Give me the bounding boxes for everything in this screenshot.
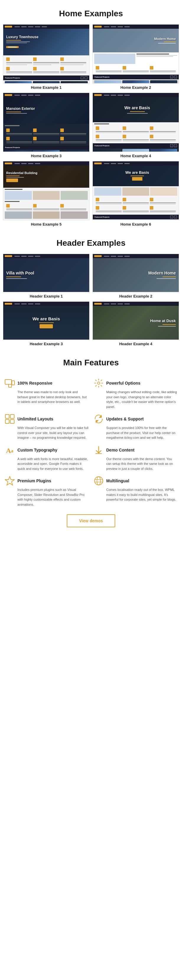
nav-item bbox=[28, 95, 33, 95]
mock-body: We are Basis bbox=[93, 165, 179, 220]
nav-item bbox=[28, 256, 33, 257]
line bbox=[96, 71, 122, 72]
view-demos-button[interactable]: View demos bbox=[67, 514, 116, 527]
blocks-row-2 bbox=[5, 136, 88, 144]
header-example-3[interactable]: We are Basis Header Example 3 bbox=[3, 301, 90, 346]
basis-hero: We are Basis bbox=[3, 306, 89, 340]
block bbox=[123, 135, 149, 141]
prev-arrow: ‹ bbox=[170, 216, 173, 218]
home-example-3[interactable]: Mansion Exterior bbox=[3, 93, 90, 158]
block-icon bbox=[150, 135, 154, 138]
block-icon bbox=[6, 137, 10, 140]
featured-label: Featured Projects bbox=[5, 146, 20, 148]
options-desc: Making changes without editing code, lik… bbox=[93, 390, 178, 409]
nav-item bbox=[124, 256, 130, 257]
header-example-4-preview: Home at Dusk bbox=[92, 301, 179, 340]
block-line bbox=[33, 62, 59, 63]
block-icon bbox=[150, 198, 154, 201]
block-line bbox=[6, 65, 27, 65]
featured-bar: Featured Projects ‹ › bbox=[3, 75, 89, 80]
content-area bbox=[3, 188, 89, 220]
villa-hero: Villa with Pool bbox=[3, 258, 89, 292]
mock-nav bbox=[93, 161, 179, 165]
block bbox=[6, 67, 32, 73]
line bbox=[123, 141, 149, 141]
home-example-6[interactable]: We are Basis bbox=[92, 161, 179, 226]
line bbox=[123, 72, 149, 73]
multilingual-title: Multilingual bbox=[106, 479, 130, 483]
featured-arrows: ‹ › bbox=[170, 144, 177, 147]
header-example-4[interactable]: Home at Dusk Header Example 4 bbox=[92, 301, 179, 346]
hero-btn bbox=[6, 46, 19, 48]
nav-item bbox=[28, 304, 33, 304]
block-icon bbox=[33, 67, 36, 70]
hero-text bbox=[6, 177, 24, 178]
text-line bbox=[136, 55, 177, 56]
text bbox=[6, 278, 27, 279]
header-example-3-label: Header Example 3 bbox=[30, 342, 63, 346]
project-images bbox=[93, 80, 179, 83]
line bbox=[60, 142, 86, 142]
line bbox=[6, 143, 32, 143]
block-line bbox=[33, 64, 59, 64]
home-example-5[interactable]: Residential Building bbox=[3, 161, 90, 226]
nav-item bbox=[21, 95, 27, 95]
text bbox=[157, 278, 176, 279]
svg-rect-2 bbox=[12, 381, 14, 385]
block bbox=[123, 126, 149, 133]
line bbox=[33, 133, 59, 134]
proj-img bbox=[33, 81, 60, 83]
proj-img bbox=[5, 81, 32, 83]
home-example-4[interactable]: We are Basis bbox=[92, 93, 179, 158]
mock-nav-items bbox=[14, 256, 40, 257]
home-example-1[interactable]: Luxury Townhouse bbox=[3, 24, 90, 90]
nav-item bbox=[104, 95, 109, 95]
svg-rect-6 bbox=[5, 420, 9, 423]
line bbox=[33, 142, 59, 142]
hero-divider bbox=[130, 111, 145, 112]
typography-icon: A a bbox=[5, 445, 15, 455]
layouts-desc: With Visual Composer you will be able to… bbox=[5, 425, 89, 440]
block-line bbox=[60, 73, 86, 73]
svg-rect-5 bbox=[10, 415, 14, 418]
mock-body: Mansion Exterior bbox=[3, 97, 89, 151]
mock-body: We are Basis bbox=[93, 97, 179, 151]
svg-rect-7 bbox=[10, 420, 14, 423]
hero-content: Residential Building bbox=[6, 171, 38, 182]
nav-item bbox=[104, 256, 109, 257]
text-block bbox=[136, 54, 177, 64]
header-examples-grid: Villa with Pool Header Example 1 bbox=[0, 254, 182, 349]
block-line bbox=[60, 65, 84, 65]
line bbox=[150, 132, 176, 133]
hero-title: Residential Building bbox=[6, 171, 38, 175]
svg-point-15 bbox=[97, 477, 100, 485]
blocks-row-2 bbox=[5, 66, 88, 74]
home-example-5-preview: Residential Building bbox=[3, 161, 90, 220]
line bbox=[6, 134, 32, 135]
featured-bar: Featured Projects bbox=[3, 146, 89, 149]
content-area bbox=[3, 56, 89, 75]
block-icon bbox=[6, 57, 10, 61]
home-example-2[interactable]: Modern Home bbox=[92, 24, 179, 90]
line bbox=[123, 211, 149, 212]
hero-content: Modern Home bbox=[154, 37, 176, 44]
block-icon bbox=[150, 66, 154, 70]
header-example-2[interactable]: Modern Home Header Example 2 bbox=[92, 254, 179, 298]
line bbox=[60, 143, 86, 143]
img bbox=[60, 191, 88, 200]
divider bbox=[163, 324, 176, 325]
img-row bbox=[94, 188, 177, 196]
nav-item bbox=[104, 26, 109, 27]
text-line bbox=[136, 56, 173, 57]
divider bbox=[163, 277, 176, 277]
features-section: 100% Responsive The theme was made to no… bbox=[0, 373, 182, 542]
img bbox=[150, 188, 177, 196]
line bbox=[96, 211, 122, 212]
main-features-title: Main Features bbox=[0, 349, 182, 373]
line bbox=[96, 132, 122, 133]
svg-point-3 bbox=[98, 382, 100, 384]
blocks-row bbox=[5, 203, 88, 212]
hero-content: We are Basis bbox=[124, 105, 150, 114]
line bbox=[123, 202, 149, 203]
header-example-1[interactable]: Villa with Pool Header Example 1 bbox=[3, 254, 90, 298]
